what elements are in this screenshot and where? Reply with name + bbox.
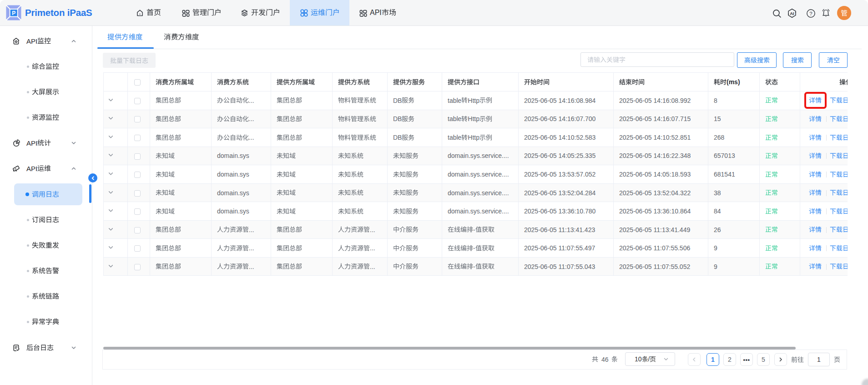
svg-text:P: P (12, 10, 15, 16)
svg-text:?: ? (809, 11, 812, 16)
svg-text:AI: AI (790, 11, 794, 16)
